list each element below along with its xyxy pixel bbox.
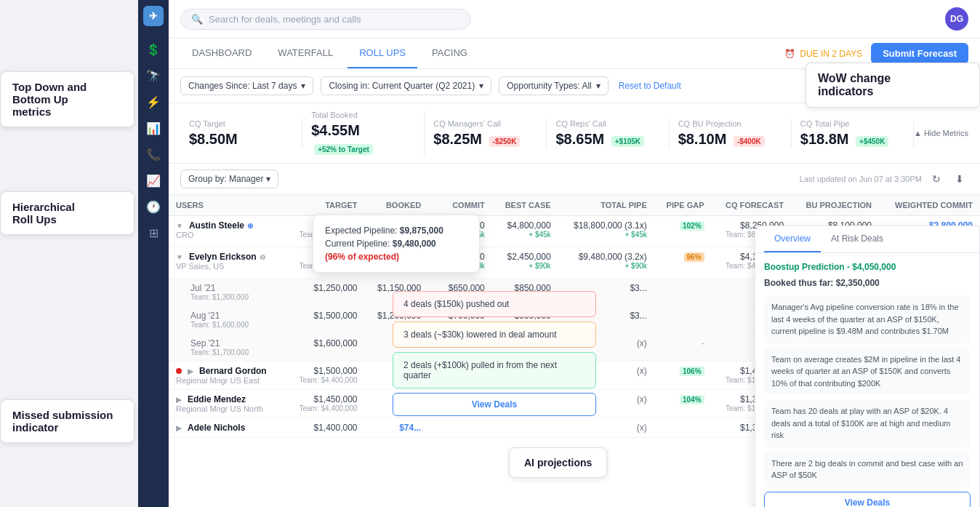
sidebar-icon-filter[interactable]: ⚡	[142, 90, 165, 113]
deal-alert-lowered: 3 deals (~$30k) lowered in deal amount	[393, 322, 596, 348]
avatar[interactable]: DG	[945, 7, 968, 31]
annotation-ai-projections: AI projections	[509, 447, 607, 478]
sidebar-icon-binoculars[interactable]: 🔭	[142, 64, 165, 87]
ai-insight-3: Team has 20 deals at play with an ASP of…	[764, 399, 971, 447]
managers-call-badge: -$250K	[489, 136, 521, 147]
expand-icon[interactable]: ▶	[176, 396, 182, 404]
closing-filter[interactable]: Closing in: Current Quarter (Q2 2021) ▾	[321, 76, 491, 95]
pipe-gap-badge: 104%	[680, 395, 704, 404]
chevron-down-icon: ▾	[479, 81, 483, 91]
tab-rollups[interactable]: ROLL UPS	[348, 39, 417, 68]
last-updated: Last updated on Jun 07 at 3:30PM ↻ ⬇	[800, 170, 968, 188]
group-by-select[interactable]: Group by: Manager ▾	[180, 169, 278, 188]
sidebar-icon-chart[interactable]: 📊	[142, 116, 165, 140]
expand-icon[interactable]: ▶	[188, 367, 193, 375]
chevron-down-icon: ▾	[301, 81, 305, 91]
annotation-top-down: Top Down and Bottom Up metrics	[0, 71, 134, 127]
pipe-gap-badge: 102%	[680, 221, 704, 231]
due-badge: ⏰ DUE IN 2 DAYS	[784, 49, 862, 59]
sidebar: ✈ 💲 🔭 ⚡ 📊 📞 📈 🕐 ⊞	[138, 0, 169, 507]
annotation-missed: Missed submission indicator	[0, 399, 134, 443]
clock-icon: ⏰	[784, 49, 795, 59]
metric-bu-projection: CQ BU Projection $8.10M -$400K	[670, 119, 792, 148]
metric-cq-target: CQ Target $8.50M	[180, 119, 302, 148]
total-pipe-badge: +$450K	[856, 136, 888, 147]
expand-icon[interactable]: ▼	[176, 222, 183, 230]
tab-at-risk[interactable]: At Risk Deals	[821, 226, 893, 252]
changes-filter[interactable]: Changes Since: Last 7 days ▾	[180, 76, 313, 95]
reps-call-badge: +$105K	[611, 136, 644, 147]
sidebar-logo: ✈	[143, 6, 164, 26]
metrics-strip: CQ Target $8.50M Total Booked $4.55M +52…	[169, 103, 980, 164]
col-bu-projection: BU PROJECTION	[791, 195, 879, 216]
deal-alert-pushed: 4 deals ($150k) pushed out	[393, 291, 596, 317]
submit-forecast-button[interactable]: Submit Forecast	[871, 43, 968, 64]
sidebar-icon-clock[interactable]: 🕐	[142, 195, 165, 218]
download-icon[interactable]: ⬇	[951, 170, 968, 188]
tab-pacing[interactable]: PACING	[420, 39, 479, 68]
user-action-icon[interactable]: ⊕	[247, 222, 253, 230]
ai-insight-1: Manager's Avg pipeline conversion rate i…	[764, 295, 971, 343]
annotation-wow: WoW change indicators	[806, 63, 980, 108]
annotation-hierarchical: Hierarchical Roll Ups	[0, 191, 134, 235]
pipe-gap-badge: 106%	[680, 367, 704, 376]
col-best-case: BEST CASE	[492, 195, 558, 216]
ai-insight-2: Team on average creates $2M in pipeline …	[764, 348, 971, 396]
tab-waterfall[interactable]: WATERFALL	[266, 39, 345, 68]
expand-icon[interactable]: ▶	[176, 424, 182, 432]
deal-alerts: 4 deals ($150k) pushed out 3 deals (~$30…	[393, 291, 596, 416]
hide-metrics-button[interactable]: ▲ Hide Metrics	[914, 129, 968, 137]
pipeline-tooltip: Expected Pipeline: $9,875,000 Current Pi…	[313, 215, 480, 273]
search-bar[interactable]: 🔍 Search for deals, meetings and calls	[180, 9, 471, 30]
user-action-icon[interactable]: ⊖	[260, 253, 265, 261]
sidebar-icon-phone[interactable]: 📞	[142, 143, 165, 166]
col-commit: COMMIT	[428, 195, 492, 216]
col-pipe-gap: PIPE GAP	[654, 195, 712, 216]
opportunity-filter[interactable]: Opportunity Types: All ▾	[499, 76, 609, 95]
ai-prediction-title: Boostup Prediction - $4,050,000	[764, 262, 971, 272]
chevron-down-icon: ▾	[596, 81, 601, 91]
col-weighted-commit: WEIGHTED COMMIT	[879, 195, 980, 216]
metric-total-pipe: CQ Total Pipe $18.8M +$450K	[792, 119, 914, 148]
deal-alert-pulled: 2 deals (+$100k) pulled in from the next…	[393, 352, 596, 388]
booked-badge: +52% to Target	[314, 144, 373, 155]
header: 🔍 Search for deals, meetings and calls D…	[169, 0, 980, 39]
col-cq-forecast: CQ FORECAST	[712, 195, 792, 216]
table-controls: Group by: Manager ▾ Last updated on Jun …	[169, 164, 980, 195]
pipe-gap-badge: 96%	[684, 252, 704, 262]
col-total-pipe: TOTAL PIPE	[558, 195, 654, 216]
expand-icon[interactable]: ▼	[176, 253, 183, 261]
metric-total-booked: Total Booked $4.55M +52% to Target	[302, 111, 425, 156]
missed-submission-dot	[176, 368, 182, 374]
ai-booked: Booked thus far: $2,350,000	[764, 278, 971, 288]
nav-actions: ⏰ DUE IN 2 DAYS Submit Forecast	[784, 43, 968, 64]
refresh-icon[interactable]: ↻	[928, 170, 945, 188]
search-icon: 🔍	[191, 14, 203, 25]
ai-projections-panel: Overview At Risk Deals Boostup Predictio…	[755, 225, 980, 507]
metric-managers-call: CQ Managers' Call $8.25M -$250K	[425, 119, 547, 148]
view-deals-button[interactable]: View Deals	[393, 393, 596, 416]
col-users: USERS	[169, 195, 285, 216]
ai-view-deals-button[interactable]: View Deals	[764, 492, 971, 508]
sidebar-icon-grid[interactable]: ⊞	[142, 221, 165, 244]
sidebar-icon-dollar[interactable]: 💲	[142, 38, 165, 61]
tab-dashboard[interactable]: DASHBOARD	[180, 39, 263, 68]
ai-insight-4: There are 2 big deals in commit and best…	[764, 452, 971, 487]
col-booked: BOOKED	[365, 195, 429, 216]
tab-overview[interactable]: Overview	[764, 226, 821, 252]
col-target: TARGET	[285, 195, 365, 216]
ai-panel-content: Boostup Prediction - $4,050,000 Booked t…	[755, 253, 979, 507]
sidebar-icon-trend[interactable]: 📈	[142, 169, 165, 192]
reset-default-link[interactable]: Reset to Default	[619, 81, 681, 91]
ai-panel-tabs: Overview At Risk Deals	[755, 226, 979, 253]
table-header-row: USERS TARGET BOOKED COMMIT BEST CASE TOT…	[169, 195, 980, 216]
metric-reps-call: CQ Reps' Call $8.65M +$105K	[547, 119, 669, 148]
bu-projection-badge: -$400K	[734, 136, 765, 147]
